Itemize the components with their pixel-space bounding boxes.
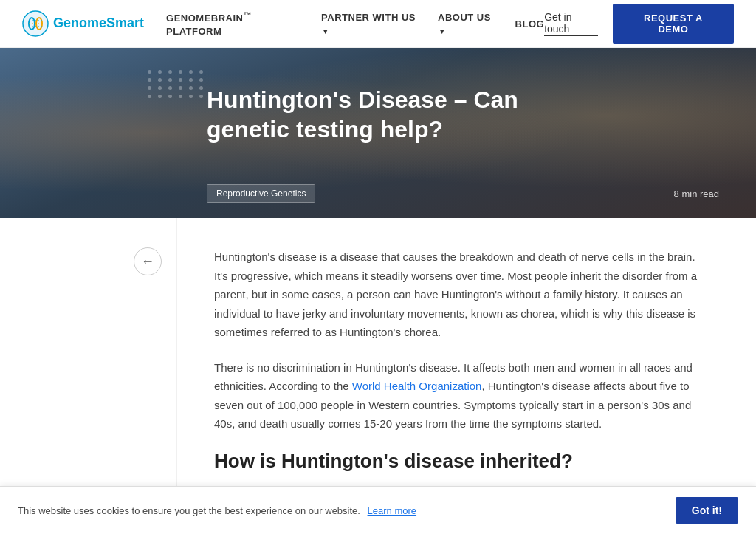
article-section-heading: How is Huntington's disease inherited? xyxy=(214,450,709,473)
logo-icon xyxy=(22,10,49,37)
cookie-message: This website uses cookies to ensure you … xyxy=(18,505,661,516)
main-layout: ← Huntington's disease is a disease that… xyxy=(0,218,756,528)
nav-partner[interactable]: PARTNER WITH US ▾ xyxy=(321,10,420,37)
article-body: Huntington's disease is a disease that c… xyxy=(214,247,709,473)
hero-read-time: 8 min read xyxy=(674,188,719,199)
nav-about[interactable]: ABOUT US ▾ xyxy=(438,10,498,37)
hero-section: Huntington's Disease – Can genetic testi… xyxy=(0,48,756,218)
navbar-left: GenomeSmart GENOMEBRAIN™ PLATFORM PARTNE… xyxy=(22,10,544,37)
nav-links: GENOMEBRAIN™ PLATFORM PARTNER WITH US ▾ … xyxy=(166,10,544,37)
hero-footer: Reproductive Genetics 8 min read xyxy=(207,184,719,203)
navbar: GenomeSmart GENOMEBRAIN™ PLATFORM PARTNE… xyxy=(0,0,756,48)
get-in-touch-link[interactable]: Get in touch xyxy=(544,11,598,36)
sidebar-left: ← xyxy=(0,218,177,528)
request-demo-button[interactable]: REQUEST A DEMO xyxy=(613,4,734,44)
who-link[interactable]: World Health Organization xyxy=(352,380,482,392)
hero-content: Huntington's Disease – Can genetic testi… xyxy=(0,48,756,166)
logo[interactable]: GenomeSmart xyxy=(22,10,144,37)
nav-blog[interactable]: BLOG xyxy=(515,17,545,30)
nav-genomebrain[interactable]: GENOMEBRAIN™ PLATFORM xyxy=(166,10,303,37)
hero-title: Huntington's Disease – Can genetic testi… xyxy=(207,85,561,144)
learn-more-link[interactable]: Learn more xyxy=(368,505,416,516)
article-paragraph-1: Huntington's disease is a disease that c… xyxy=(214,247,709,342)
article-paragraph-2: There is no discrimination in Huntington… xyxy=(214,358,709,434)
hero-tag: Reproductive Genetics xyxy=(207,184,315,203)
cookie-banner: This website uses cookies to ensure you … xyxy=(0,486,756,534)
article-content: Huntington's disease is a disease that c… xyxy=(177,218,753,528)
logo-text: GenomeSmart xyxy=(53,16,144,31)
got-it-button[interactable]: Got it! xyxy=(676,497,738,524)
navbar-right: Get in touch REQUEST A DEMO xyxy=(544,4,734,44)
back-button[interactable]: ← xyxy=(134,247,162,275)
